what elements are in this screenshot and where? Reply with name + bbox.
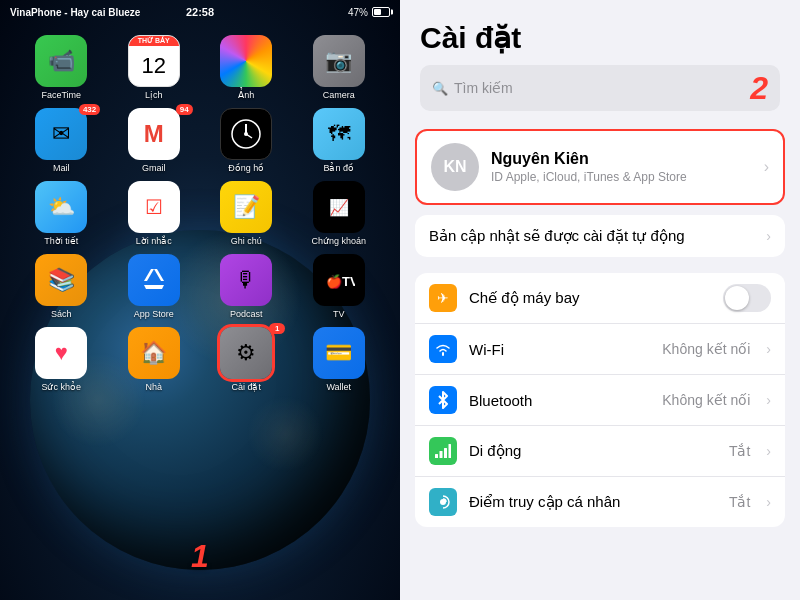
hotspot-icon: [429, 488, 457, 516]
step-2-label: 2: [750, 72, 768, 104]
hotspot-label: Điểm truy cập cá nhân: [469, 493, 717, 511]
settings-row-bluetooth[interactable]: Bluetooth Không kết nối ›: [415, 375, 785, 426]
calendar-day-name: Thứ Bảy: [129, 36, 179, 46]
settings-icon: ⚙: [220, 327, 272, 379]
calendar-label: Lịch: [145, 90, 163, 100]
app-photos[interactable]: Ảnh: [211, 35, 281, 100]
weather-icon: ⛅: [35, 181, 87, 233]
toggle-thumb: [725, 286, 749, 310]
app-weather[interactable]: ⛅ Thời tiết: [26, 181, 96, 246]
app-podcasts[interactable]: 🎙 Podcast: [211, 254, 281, 319]
appstore-label: App Store: [134, 309, 174, 319]
profile-section[interactable]: KN Nguyên Kiên ID Apple, iCloud, iTunes …: [415, 129, 785, 205]
maps-icon: 🗺: [313, 108, 365, 160]
weather-label: Thời tiết: [44, 236, 78, 246]
svg-rect-8: [449, 444, 452, 458]
app-camera[interactable]: 📷 Camera: [304, 35, 374, 100]
settings-title: Cài đặt: [420, 20, 521, 55]
app-mail[interactable]: ✉ 432 Mail: [26, 108, 96, 173]
carrier-label: VinaPhone - Hay cai Blueze: [10, 7, 140, 18]
app-wallet[interactable]: 💳 Wallet: [304, 327, 374, 392]
app-tv[interactable]: 🍎TV TV: [304, 254, 374, 319]
airplane-icon: ✈: [429, 284, 457, 312]
mail-label: Mail: [53, 163, 70, 173]
profile-chevron: ›: [764, 158, 769, 176]
app-facetime[interactable]: 📹 FaceTime: [26, 35, 96, 100]
cellular-label: Di động: [469, 442, 717, 460]
photos-icon: [220, 35, 272, 87]
app-appstore[interactable]: App Store: [119, 254, 189, 319]
update-section: Bản cập nhật sẽ được cài đặt tự động ›: [415, 215, 785, 257]
health-icon: ♥: [35, 327, 87, 379]
tv-icon: 🍎TV: [313, 254, 365, 306]
home-label: Nhà: [145, 382, 162, 392]
settings-row-airplane[interactable]: ✈ Chế độ máy bay: [415, 273, 785, 324]
stocks-icon: 📈: [313, 181, 365, 233]
app-settings[interactable]: ⚙ 1 Cài đặt: [211, 327, 281, 392]
tv-label: TV: [333, 309, 345, 319]
app-gmail[interactable]: M 94 Gmail: [119, 108, 189, 173]
svg-point-3: [244, 132, 248, 136]
time-label: 22:58: [186, 6, 214, 18]
settings-row-cellular[interactable]: Di động Tắt ›: [415, 426, 785, 477]
health-label: Sức khỏe: [41, 382, 81, 392]
maps-label: Bản đồ: [323, 163, 354, 173]
reminders-label: Lời nhắc: [136, 236, 172, 246]
search-bar[interactable]: 🔍 Tìm kiếm 2: [420, 65, 780, 111]
update-row[interactable]: Bản cập nhật sẽ được cài đặt tự động ›: [415, 215, 785, 257]
podcasts-icon: 🎙: [220, 254, 272, 306]
podcasts-label: Podcast: [230, 309, 263, 319]
gmail-badge: 94: [176, 104, 193, 115]
mail-icon: ✉: [35, 108, 87, 160]
app-row-4: 📚 Sách App Store 🎙 Podcast 🍎TV TV: [15, 254, 385, 319]
app-notes[interactable]: 📝 Ghi chú: [211, 181, 281, 246]
phone-panel: VinaPhone - Hay cai Blueze 22:58 47% 📹 F…: [0, 0, 400, 600]
avatar: KN: [431, 143, 479, 191]
svg-rect-5: [435, 454, 438, 458]
wallet-label: Wallet: [326, 382, 351, 392]
cellular-icon: [429, 437, 457, 465]
clock-label: Đồng hồ: [228, 163, 264, 173]
calendar-day-number: 12: [129, 46, 179, 86]
update-chevron: ›: [766, 228, 771, 244]
home-icon: 🏠: [128, 327, 180, 379]
notes-label: Ghi chú: [231, 236, 262, 246]
books-label: Sách: [51, 309, 72, 319]
bluetooth-icon: [429, 386, 457, 414]
facetime-icon: 📹: [35, 35, 87, 87]
wifi-chevron: ›: [766, 341, 771, 357]
airplane-label: Chế độ máy bay: [469, 289, 711, 307]
hotspot-chevron: ›: [766, 494, 771, 510]
app-reminders[interactable]: ☑ Lời nhắc: [119, 181, 189, 246]
settings-label: Cài đặt: [231, 382, 261, 392]
search-icon: 🔍: [432, 81, 448, 96]
app-stocks[interactable]: 📈 Chứng khoán: [304, 181, 374, 246]
svg-rect-6: [440, 451, 443, 458]
wifi-value: Không kết nối: [662, 341, 750, 357]
battery-icon: [372, 7, 390, 17]
hotspot-value: Tắt: [729, 494, 750, 510]
airplane-toggle[interactable]: [723, 284, 771, 312]
status-bar: VinaPhone - Hay cai Blueze 22:58 47%: [0, 0, 400, 24]
settings-row-hotspot[interactable]: Điểm truy cập cá nhân Tắt ›: [415, 477, 785, 527]
app-home[interactable]: 🏠 Nhà: [119, 327, 189, 392]
bluetooth-value: Không kết nối: [662, 392, 750, 408]
camera-label: Camera: [323, 90, 355, 100]
bluetooth-chevron: ›: [766, 392, 771, 408]
settings-row-wifi[interactable]: Wi-Fi Không kết nối ›: [415, 324, 785, 375]
app-maps[interactable]: 🗺 Bản đồ: [304, 108, 374, 173]
svg-rect-7: [444, 448, 447, 458]
gmail-icon: M: [128, 108, 180, 160]
app-health[interactable]: ♥ Sức khỏe: [26, 327, 96, 392]
app-books[interactable]: 📚 Sách: [26, 254, 96, 319]
settings-header: Cài đặt 🔍 Tìm kiếm 2: [400, 0, 800, 119]
battery-fill: [374, 9, 381, 15]
facetime-label: FaceTime: [41, 90, 81, 100]
app-calendar[interactable]: Thứ Bảy 12 Lịch: [119, 35, 189, 100]
camera-icon: 📷: [313, 35, 365, 87]
profile-name: Nguyên Kiên: [491, 150, 752, 168]
svg-text:🍎TV: 🍎TV: [326, 273, 355, 290]
app-clock[interactable]: Đồng hồ: [211, 108, 281, 173]
profile-row[interactable]: KN Nguyên Kiên ID Apple, iCloud, iTunes …: [417, 131, 783, 203]
status-right: 47%: [348, 7, 390, 18]
